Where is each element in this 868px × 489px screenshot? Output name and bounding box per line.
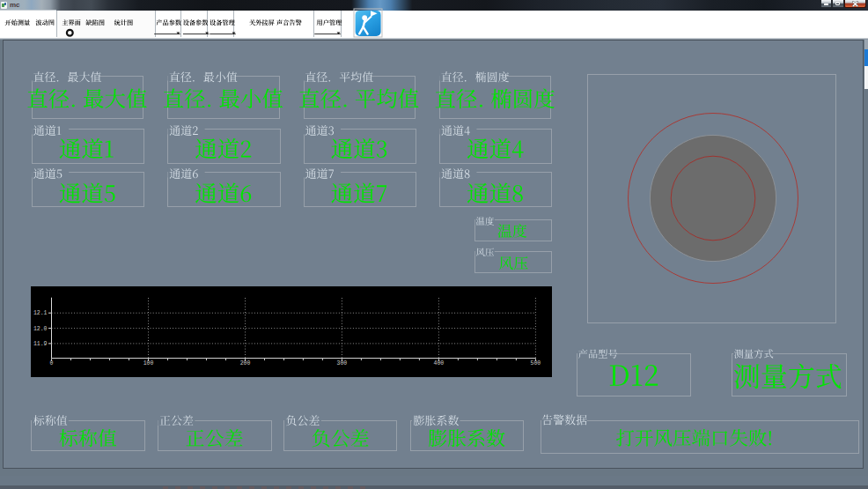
svg-text:400: 400 [434,360,445,367]
svg-text:100: 100 [143,360,154,367]
svg-text:12.0: 12.0 [33,326,48,332]
svg-text:500: 500 [531,360,541,367]
svg-text:0: 0 [50,360,54,367]
svg-text:200: 200 [240,360,251,367]
svg-text:11.9: 11.9 [33,341,48,347]
svg-text:300: 300 [337,360,348,367]
svg-text:12.1: 12.1 [33,310,48,316]
